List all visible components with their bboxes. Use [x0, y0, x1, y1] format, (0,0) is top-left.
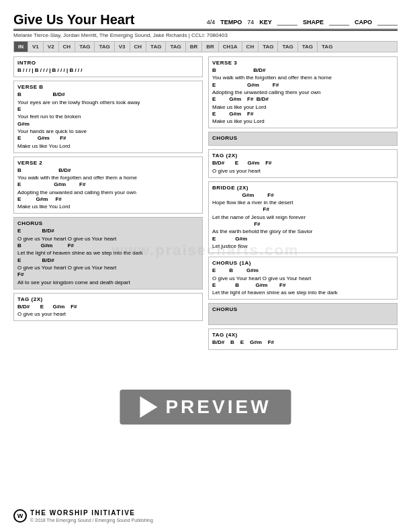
nav-item-v1[interactable]: V1	[28, 42, 44, 52]
title-divider2	[13, 30, 398, 31]
section-verse-3-content: B B/D# You walk with the forgotten and o…	[212, 67, 394, 125]
shape-label: SHAPE	[303, 19, 324, 26]
footer: W THE WORSHIP INITIATIVE © 2018 The Emer…	[13, 509, 398, 523]
v2-l1: You walk with the forgotten and offer th…	[17, 174, 199, 181]
nav-bar: IN V1 V2 CH TAG TAG V3 CH TAG TAG BR BR …	[13, 41, 398, 52]
section-verse-3-label: VERSE 3	[212, 60, 394, 66]
nav-item-tag1[interactable]: TAG	[75, 42, 95, 52]
nav-item-ch1a[interactable]: CH1A	[219, 42, 242, 52]
vb-c1: B B/D#	[17, 91, 199, 98]
ch-c3: E B/D#	[17, 257, 199, 264]
vb-c4: E G#m F#	[17, 135, 199, 142]
tagr-l1: O give us your heart	[212, 167, 394, 175]
nav-item-tag4[interactable]: TAG	[166, 42, 185, 52]
section-chorus-bottom-label: CHORUS	[212, 306, 394, 312]
ch-c4: F#	[17, 271, 199, 278]
section-chorus-1a-label: CHORUS (1A)	[212, 260, 394, 266]
section-tag-2x-left-label: TAG (2X)	[17, 296, 199, 302]
vb-l1: Your eyes are on the lowly though others…	[17, 99, 199, 106]
section-chorus-left-label: CHORUS	[17, 220, 199, 226]
section-verse-2: VERSE 2 B B/D# You walk with the forgott…	[13, 157, 203, 214]
nav-item-br1[interactable]: BR	[186, 42, 203, 52]
section-chorus-right-label: CHORUS	[212, 135, 394, 141]
song-meta: 4/4 TEMPO 74 KEY ______ SHAPE ______ CAP…	[207, 19, 398, 26]
ch-c2: B G#m F#	[17, 242, 199, 249]
nav-item-ch2[interactable]: CH	[130, 42, 147, 52]
section-intro-label: INTRO	[17, 60, 199, 66]
v3-c4: E G#m F#	[212, 111, 394, 118]
nav-item-ch[interactable]: CH	[59, 42, 76, 52]
section-intro-content: B / / / | B / / / | B / / / | B / / /	[17, 67, 199, 74]
v3-l3: Make us like your Lord	[212, 103, 394, 111]
br-c4: E G#m	[212, 236, 394, 242]
section-chorus-1a-content: E B G#m O give us Your heart O give us Y…	[212, 267, 394, 296]
ch1a-l1: O give us Your heart O give us Your hear…	[212, 275, 394, 282]
nav-item-tag5[interactable]: TAG	[259, 42, 278, 52]
v2-l2: Adopting the unwanted and calling them y…	[17, 189, 199, 196]
section-intro: INTRO B / / / | B / / / | B / / / | B / …	[13, 56, 203, 77]
intro-chords: B / / / | B / / / | B / / / | B / / /	[17, 67, 199, 74]
nav-item-v2[interactable]: V2	[44, 42, 59, 52]
section-bridge: BRIDGE (2X) G#m F# Hope flow like a rive…	[208, 181, 398, 253]
br-l4: Let justice flow	[212, 242, 394, 250]
nav-item-tag6[interactable]: TAG	[278, 42, 298, 52]
time-sig: 4/4	[207, 19, 216, 26]
section-tag-2x-right-label: TAG (2X)	[212, 152, 394, 159]
ch-l3: O give us Your heart O give us Your hear…	[17, 264, 199, 271]
section-chorus-1a: CHORUS (1A) E B G#m O give us Your heart…	[208, 257, 398, 300]
key-value: ______	[277, 19, 298, 26]
v3-l4: Make us like you Lord	[212, 118, 394, 125]
nav-item-tag3[interactable]: TAG	[146, 42, 166, 52]
tempo-value: 74	[247, 19, 254, 26]
t4-c1: B/D# B E G#m F#	[212, 339, 394, 346]
br-c2: F#	[212, 206, 394, 213]
content-columns: INTRO B / / / | B / / / | B / / / | B / …	[13, 56, 398, 501]
v3-c2: E G#m F#	[212, 82, 394, 89]
nav-item-ch3[interactable]: CH	[242, 42, 259, 52]
right-column: VERSE 3 B B/D# You walk with the forgott…	[208, 56, 398, 501]
nav-item-tag8[interactable]: TAG	[318, 42, 336, 52]
nav-item-br2[interactable]: BR	[202, 42, 219, 52]
br-l3: As the earth behold the glory of the Sav…	[212, 228, 394, 235]
tempo-label: TEMPO	[220, 19, 242, 26]
song-title: Give Us Your Heart	[13, 12, 134, 28]
title-divider	[13, 29, 398, 30]
ch1a-c1: E B G#m	[212, 267, 394, 274]
section-chorus-left: CHORUS E B/D# O give us Your heart O giv…	[13, 217, 203, 289]
left-column: INTRO B / / / | B / / / | B / / / | B / …	[13, 56, 203, 501]
section-verse-b-label: VERSE B	[17, 84, 199, 90]
v3-c1: B B/D#	[212, 67, 394, 74]
v3-l2: Adopting the unwanted calling them your …	[212, 89, 394, 96]
ch1a-l2: Let the light of heaven shine as we step…	[212, 289, 394, 296]
key-label: KEY	[259, 19, 272, 26]
tagr-c1: B/D# E G#m F#	[212, 160, 394, 167]
vb-c2: E	[17, 106, 199, 113]
footer-logo: W	[13, 509, 27, 523]
section-tag-2x-left-content: B/D# E G#m F# O give us your heart	[17, 304, 199, 318]
nav-item-tag2[interactable]: TAG	[95, 42, 114, 52]
tag-l1: O give us your heart	[17, 310, 199, 318]
ch-l1: O give us Your heart O give us Your hear…	[17, 235, 199, 242]
nav-item-tag7[interactable]: TAG	[298, 42, 318, 52]
nav-item-v3[interactable]: V3	[115, 42, 130, 52]
section-verse-b-content: B B/D# Your eyes are on the lowly though…	[17, 91, 199, 149]
tag-c1: B/D# E G#m F#	[17, 304, 199, 310]
section-chorus-bottom: CHORUS	[208, 303, 398, 325]
vb-l2: Your feet run to the broken	[17, 113, 199, 120]
section-tag-2x-right: TAG (2X) B/D# E G#m F# O give us your he…	[208, 149, 398, 178]
v2-c3: E G#m F#	[17, 196, 199, 203]
section-verse-3: VERSE 3 B B/D# You walk with the forgott…	[208, 56, 398, 128]
ch1a-c2: E B G#m F#	[212, 282, 394, 289]
ch-c1: E B/D#	[17, 228, 199, 234]
section-tag-4x-label: TAG (4X)	[212, 332, 394, 338]
br-c3: F#	[212, 221, 394, 228]
nav-item-in[interactable]: IN	[14, 42, 28, 52]
section-chorus-left-content: E B/D# O give us Your heart O give us Yo…	[17, 228, 199, 285]
section-chorus-right: CHORUS	[208, 132, 398, 146]
section-bridge-label: BRIDGE (2X)	[212, 185, 394, 191]
section-verse-2-label: VERSE 2	[17, 160, 199, 166]
section-tag-4x: TAG (4X) B/D# B E G#m F#	[208, 328, 398, 349]
vb-l3: Your hands are quick to save	[17, 128, 199, 135]
v2-c2: E G#m F#	[17, 181, 199, 188]
vb-c3: G#m	[17, 121, 199, 128]
